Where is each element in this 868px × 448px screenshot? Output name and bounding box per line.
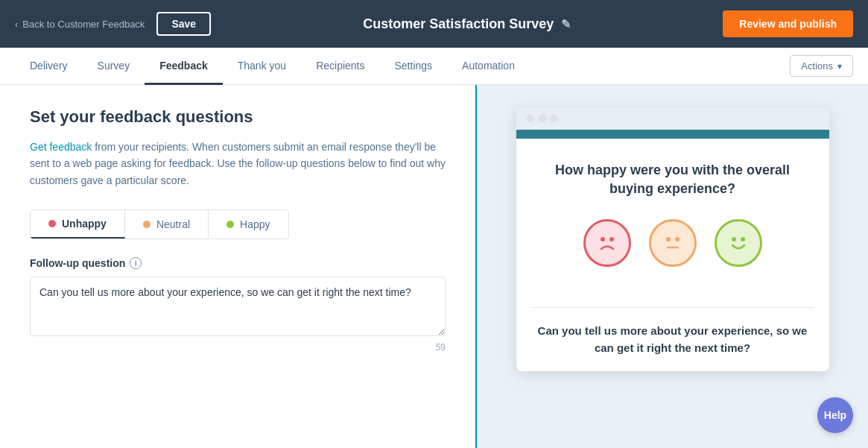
back-label: Back to Customer Feedback [22, 19, 145, 30]
tab-automation[interactable]: Automation [447, 48, 530, 85]
happy-dot [226, 221, 234, 228]
followup-label: Follow-up question i [30, 257, 446, 269]
info-icon[interactable]: i [130, 257, 142, 269]
survey-title: Customer Satisfaction Survey [363, 16, 554, 32]
svg-point-6 [741, 237, 745, 242]
unhappy-label: Unhappy [62, 218, 107, 230]
tab-neutral[interactable]: Neutral [125, 210, 209, 239]
back-to-feedback-link[interactable]: ‹ Back to Customer Feedback [15, 19, 145, 30]
tab-survey[interactable]: Survey [83, 48, 145, 85]
tab-unhappy[interactable]: Unhappy [31, 210, 125, 239]
help-button[interactable]: Help [817, 397, 853, 433]
browser-dot-2 [539, 115, 546, 122]
right-panel: How happy were you with the overall buyi… [475, 85, 868, 448]
unhappy-face-svg [593, 229, 621, 257]
main-content: Set your feedback questions Get feedback… [0, 85, 868, 448]
header-left: ‹ Back to Customer Feedback Save [15, 12, 211, 36]
neutral-face-svg [659, 229, 687, 257]
save-button[interactable]: Save [156, 12, 211, 36]
survey-followup: Can you tell us more about your experien… [516, 323, 829, 371]
svg-point-2 [666, 237, 671, 242]
followup-label-text: Follow-up question [30, 257, 125, 269]
actions-button[interactable]: Actions [790, 55, 853, 77]
svg-point-3 [675, 237, 679, 242]
survey-card: How happy were you with the overall buyi… [516, 130, 829, 371]
survey-inner: How happy were you with the overall buyi… [516, 139, 829, 307]
emoji-unhappy[interactable] [583, 219, 631, 267]
edit-title-icon[interactable]: ✎ [561, 17, 571, 31]
followup-textarea[interactable]: Can you tell us more about your experien… [30, 277, 446, 336]
emoji-neutral[interactable] [649, 219, 697, 267]
nav-tabs: Delivery Survey Feedback Thank you Recip… [15, 48, 790, 84]
tab-settings[interactable]: Settings [380, 48, 448, 85]
tab-thank-you[interactable]: Thank you [223, 48, 301, 85]
browser-dot-3 [551, 115, 558, 122]
emoji-row [546, 219, 799, 267]
browser-bar [516, 107, 829, 130]
happy-face-svg [724, 229, 753, 257]
section-title: Set your feedback questions [30, 107, 446, 127]
browser-mockup: How happy were you with the overall buyi… [516, 107, 829, 371]
tab-feedback[interactable]: Feedback [145, 48, 223, 85]
unhappy-dot [48, 220, 56, 227]
neutral-label: Neutral [156, 218, 190, 230]
back-arrow-icon: ‹ [15, 19, 18, 30]
divider [531, 307, 814, 308]
section-desc: Get feedback from your recipients. When … [30, 139, 446, 189]
nav-bar: Delivery Survey Feedback Thank you Recip… [0, 48, 868, 85]
tab-happy[interactable]: Happy [209, 210, 288, 239]
feedback-tabs: Unhappy Neutral Happy [30, 209, 289, 239]
char-count: 59 [30, 342, 446, 353]
happy-label: Happy [240, 218, 270, 230]
review-publish-button[interactable]: Review and publish [723, 10, 853, 37]
actions-label: Actions [801, 60, 833, 72]
tab-recipients[interactable]: Recipients [301, 48, 379, 85]
chevron-down-icon [837, 60, 842, 72]
svg-point-0 [601, 237, 605, 242]
get-feedback-link[interactable]: Get feedback [30, 141, 92, 153]
survey-question: How happy were you with the overall buyi… [546, 161, 799, 198]
neutral-dot [143, 221, 151, 228]
svg-point-5 [732, 237, 736, 242]
left-panel: Set your feedback questions Get feedback… [0, 85, 475, 448]
top-header: ‹ Back to Customer Feedback Save Custome… [0, 0, 868, 48]
header-center: Customer Satisfaction Survey ✎ [363, 16, 571, 32]
tab-delivery[interactable]: Delivery [15, 48, 83, 85]
emoji-happy[interactable] [715, 219, 762, 267]
survey-header-bar [516, 130, 829, 139]
svg-point-1 [609, 237, 614, 242]
browser-dot-1 [527, 115, 534, 122]
